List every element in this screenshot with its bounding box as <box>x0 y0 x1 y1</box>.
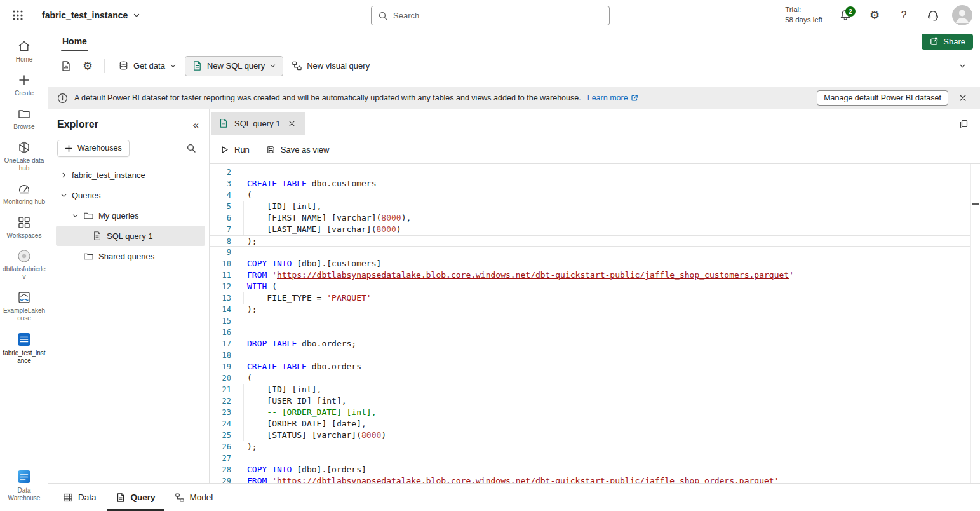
settings-gear-button[interactable]: ⚙ <box>77 56 98 76</box>
tab-sql-query-1[interactable]: SQL query 1 <box>211 112 305 135</box>
code-line[interactable]: 3CREATE TABLE dbo.customers <box>210 178 970 189</box>
code-line[interactable]: 7 [LAST_NAME] [varchar](8000) <box>210 224 970 235</box>
view-tab-model[interactable]: Model <box>166 484 222 511</box>
code-line[interactable]: 12WITH ( <box>210 281 970 292</box>
code-line[interactable]: 17DROP TABLE dbo.orders; <box>210 338 970 350</box>
get-data-button[interactable]: Get data <box>111 56 184 76</box>
code-line[interactable]: 21 [ID] [int], <box>210 384 970 395</box>
code-line[interactable]: 4( <box>210 189 970 201</box>
rail-item-examplelakehouse[interactable]: ExampleLakehouse <box>1 287 47 326</box>
search-input[interactable] <box>393 11 603 20</box>
run-button[interactable]: Run <box>220 145 250 154</box>
code-line[interactable]: 25 [STATUS] [varchar](8000) <box>210 430 970 441</box>
tree-item-shared-queries[interactable]: Shared queries <box>48 246 209 266</box>
code-line[interactable]: 11FROM 'https://dbtlabsynapsedatalake.bl… <box>210 269 970 281</box>
person-icon <box>952 5 972 25</box>
app-root: fabric_test_instance Trial: 58 days left… <box>0 0 980 511</box>
rail-item-data-warehouse[interactable]: Data Warehouse <box>1 465 47 506</box>
search-icon <box>378 11 388 21</box>
code-line[interactable]: 14); <box>210 304 970 315</box>
new-sql-query-button[interactable]: New SQL query <box>185 56 283 76</box>
rail-item-workspaces[interactable]: Workspaces <box>1 212 47 243</box>
folder-icon <box>83 251 94 262</box>
rail-item-monitoring-hub[interactable]: Monitoring hub <box>1 178 47 210</box>
rail-item-onelake-data-hub[interactable]: OneLake data hub <box>1 137 47 176</box>
code-line[interactable]: 29FROM 'https://dbtlabsynapsedatalake.bl… <box>210 475 970 483</box>
sql-query-icon <box>92 231 102 241</box>
tab-home[interactable]: Home <box>55 32 95 51</box>
code-line[interactable]: 13 FILE_TYPE = 'PARQUET' <box>210 292 970 304</box>
code-line[interactable]: 10COPY INTO [dbo].[customers] <box>210 258 970 269</box>
explorer-search-button[interactable] <box>182 139 200 157</box>
trial-label: Trial: <box>785 5 822 15</box>
code-line[interactable]: 28COPY INTO [dbo].[orders] <box>210 464 970 475</box>
line-number: 13 <box>210 292 231 304</box>
tree-item-queries[interactable]: Queries <box>48 185 209 205</box>
help-button[interactable]: ? <box>894 5 914 25</box>
close-tab-button[interactable] <box>286 118 298 129</box>
new-visual-query-button[interactable]: New visual query <box>285 56 377 76</box>
settings-button[interactable]: ⚙ <box>864 5 885 25</box>
line-number: 25 <box>210 430 231 441</box>
notifications-button[interactable]: 2 <box>835 5 856 25</box>
code-line[interactable]: 26); <box>210 441 970 453</box>
add-warehouse-button[interactable]: Warehouses <box>57 140 130 157</box>
code-line[interactable]: 27 <box>210 453 970 464</box>
code-line[interactable]: 9 <box>210 247 970 258</box>
code-line[interactable]: 15 <box>210 315 970 327</box>
learn-more-link[interactable]: Learn more <box>587 93 638 102</box>
headset-icon <box>927 9 939 22</box>
tree-item-sql-query-1[interactable]: SQL query 1 <box>56 226 205 246</box>
trial-days-left: 58 days left <box>785 15 822 25</box>
copy-button[interactable] <box>955 115 972 133</box>
rail-item-dbtlabsfabricdev[interactable]: dbtlabsfabricdev <box>1 245 47 285</box>
collapse-explorer-button[interactable]: « <box>193 119 199 130</box>
avatar[interactable] <box>952 5 972 25</box>
content-column: Home Share ⚙ Get data <box>48 31 980 511</box>
manage-default-dataset-button[interactable]: Manage default Power BI dataset <box>817 90 948 106</box>
code-line[interactable]: 8); <box>210 235 970 247</box>
rail-item-fabric-test-instance[interactable]: fabric_test_instance <box>1 328 47 369</box>
share-button[interactable]: Share <box>922 34 973 50</box>
rail-item-home[interactable]: Home <box>1 36 47 67</box>
workspace-switcher[interactable]: fabric_test_instance <box>42 10 140 20</box>
app-launcher-button[interactable] <box>8 5 28 25</box>
code-line[interactable]: 18 <box>210 350 970 361</box>
line-number: 16 <box>210 327 231 338</box>
code-line[interactable]: 23 -- [ORDER_DATE] [int], <box>210 407 970 418</box>
line-number: 24 <box>210 418 231 430</box>
notification-badge: 2 <box>845 6 856 17</box>
code-line[interactable]: 20( <box>210 372 970 384</box>
warehouse-icon <box>17 332 32 347</box>
waffle-icon <box>12 10 23 21</box>
search-box[interactable] <box>371 6 610 25</box>
editor-scrollbar[interactable] <box>970 164 980 483</box>
collapse-ribbon-button[interactable] <box>952 56 972 76</box>
tree-item-my-queries[interactable]: My queries <box>48 205 209 226</box>
home-icon <box>17 39 31 53</box>
rail-item-browse[interactable]: Browse <box>1 103 47 135</box>
code-line[interactable]: 16 <box>210 327 970 338</box>
collapse-icon: « <box>193 119 199 131</box>
chevron-down-icon <box>60 192 67 199</box>
tree-item-fabric-test-instance[interactable]: fabric_test_instance <box>48 165 209 185</box>
code-line[interactable]: 2 <box>210 167 970 178</box>
code-line[interactable]: 22 [USER_ID] [int], <box>210 395 970 407</box>
view-tab-data[interactable]: Data <box>55 484 105 511</box>
share-icon <box>929 37 939 46</box>
code-line[interactable]: 5 [ID] [int], <box>210 201 970 212</box>
feedback-button[interactable] <box>923 5 943 25</box>
chevron-down-icon <box>133 11 140 19</box>
report-button[interactable] <box>56 56 76 76</box>
banner-close-button[interactable] <box>955 90 971 106</box>
view-tab-query[interactable]: Query <box>107 484 164 511</box>
code-text <box>247 327 970 338</box>
save-as-view-button[interactable]: Save as view <box>266 145 330 154</box>
code-line[interactable]: 6 [FIRST_NAME] [varchar](8000), <box>210 212 970 224</box>
code-text: [LAST_NAME] [varchar](8000) <box>247 224 970 235</box>
code-editor[interactable]: 23CREATE TABLE dbo.customers4(5 [ID] [in… <box>210 164 980 483</box>
rail-item-create[interactable]: Create <box>1 69 47 101</box>
code-text: [ID] [int], <box>247 201 970 212</box>
code-line[interactable]: 24 [ORDER_DATE] [date], <box>210 418 970 430</box>
code-line[interactable]: 19CREATE TABLE dbo.orders <box>210 361 970 372</box>
